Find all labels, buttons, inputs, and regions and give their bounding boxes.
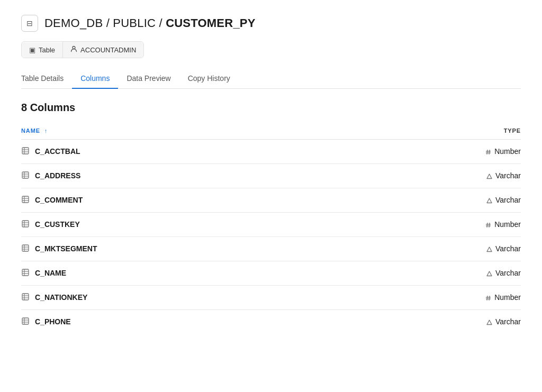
- column-type-label: Number: [494, 147, 521, 156]
- tab-data-preview[interactable]: Data Preview: [118, 69, 179, 89]
- column-type-label: Varchar: [495, 171, 521, 180]
- column-name: C_ACCTBAL: [35, 147, 80, 156]
- svg-line-8: [489, 150, 490, 154]
- column-name: C_MKTSEGMENT: [35, 244, 97, 253]
- name-column-header[interactable]: NAME ↑: [21, 124, 360, 140]
- column-name-cell: C_ADDRESS: [21, 163, 360, 188]
- column-name-cell: C_MKTSEGMENT: [21, 236, 360, 261]
- column-type-label: Varchar: [495, 317, 521, 326]
- varchar-type-icon: [486, 269, 493, 277]
- svg-line-40: [489, 296, 490, 300]
- column-type-cell: Varchar: [360, 261, 521, 285]
- meta-badges-row: ▣ Table ACCOUNTADMIN: [21, 41, 144, 58]
- tab-columns[interactable]: Columns: [72, 69, 118, 89]
- admin-badge-label: ACCOUNTADMIN: [80, 46, 136, 54]
- columns-table: NAME ↑ TYPE C_ACCTBAL Number: [21, 124, 521, 334]
- table-row: C_PHONE Varchar: [21, 309, 521, 334]
- type-column-header: TYPE: [360, 124, 521, 140]
- table-badge: ▣ Table: [22, 42, 62, 58]
- column-type-cell: Number: [360, 139, 521, 163]
- tabs-row: Table Details Columns Data Preview Copy …: [21, 69, 521, 89]
- svg-rect-41: [22, 318, 29, 324]
- column-table-icon: [21, 293, 30, 302]
- column-name: C_CUSTKEY: [35, 220, 80, 229]
- columns-count: 8 Columns: [21, 102, 521, 114]
- sort-arrow-icon: ↑: [44, 127, 48, 134]
- varchar-type-icon: [486, 172, 493, 180]
- column-table-icon: [21, 147, 30, 156]
- column-table-icon: [21, 269, 30, 278]
- svg-rect-9: [22, 172, 29, 178]
- tab-table-details[interactable]: Table Details: [21, 69, 72, 89]
- column-table-icon: [21, 317, 30, 326]
- svg-rect-17: [22, 221, 29, 227]
- svg-rect-29: [22, 269, 29, 276]
- svg-line-23: [487, 223, 487, 227]
- page-title: DEMO_DB / PUBLIC / CUSTOMER_PY: [44, 16, 256, 30]
- svg-rect-25: [22, 245, 29, 251]
- table-badge-label: Table: [39, 46, 55, 54]
- table-row: C_COMMENT Varchar: [21, 188, 521, 212]
- number-type-icon: [485, 221, 492, 229]
- table-row: C_MKTSEGMENT Varchar: [21, 236, 521, 261]
- tab-copy-history[interactable]: Copy History: [179, 69, 239, 89]
- column-name: C_COMMENT: [35, 196, 83, 204]
- column-type-label: Number: [494, 293, 521, 302]
- varchar-type-icon: [486, 318, 493, 326]
- breadcrumb-prefix: DEMO_DB / PUBLIC /: [44, 16, 166, 30]
- svg-point-0: [73, 47, 75, 49]
- column-type-cell: Varchar: [360, 309, 521, 334]
- table-header-row: NAME ↑ TYPE: [21, 124, 521, 140]
- column-name-cell: C_PHONE: [21, 309, 360, 334]
- column-type-label: Number: [494, 220, 521, 229]
- table-meta-icon: ▣: [29, 46, 35, 54]
- svg-line-7: [487, 150, 487, 154]
- page-container: ⊟ DEMO_DB / PUBLIC / CUSTOMER_PY ▣ Table…: [0, 0, 542, 392]
- column-name-cell: C_NATIONKEY: [21, 285, 360, 309]
- column-name-cell: C_CUSTKEY: [21, 212, 360, 236]
- column-name-cell: C_NAME: [21, 261, 360, 285]
- column-name: C_ADDRESS: [35, 171, 80, 180]
- table-row: C_CUSTKEY Number: [21, 212, 521, 236]
- column-table-icon: [21, 196, 30, 205]
- table-row: C_NAME Varchar: [21, 261, 521, 285]
- svg-rect-1: [22, 148, 29, 154]
- column-type-cell: Number: [360, 285, 521, 309]
- column-name: C_PHONE: [35, 317, 71, 326]
- column-type-cell: Varchar: [360, 236, 521, 261]
- column-type-cell: Varchar: [360, 188, 521, 212]
- column-type-cell: Number: [360, 212, 521, 236]
- varchar-type-icon: [486, 196, 493, 204]
- database-icon: ⊟: [21, 15, 38, 32]
- svg-rect-33: [22, 294, 29, 300]
- column-type-label: Varchar: [495, 269, 521, 277]
- column-table-icon: [21, 171, 30, 180]
- column-type-label: Varchar: [495, 196, 521, 204]
- column-table-icon: [21, 220, 30, 229]
- column-name: C_NATIONKEY: [35, 293, 87, 302]
- varchar-type-icon: [486, 245, 493, 253]
- svg-line-24: [489, 223, 490, 227]
- column-name-cell: C_COMMENT: [21, 188, 360, 212]
- svg-rect-13: [22, 196, 29, 203]
- table-row: C_ACCTBAL Number: [21, 139, 521, 163]
- header-row: ⊟ DEMO_DB / PUBLIC / CUSTOMER_PY: [21, 15, 521, 32]
- svg-line-39: [487, 296, 487, 300]
- table-row: C_NATIONKEY Number: [21, 285, 521, 309]
- admin-badge: ACCOUNTADMIN: [62, 42, 143, 58]
- table-name: CUSTOMER_PY: [166, 16, 256, 30]
- column-type-label: Varchar: [495, 244, 521, 253]
- number-type-icon: [485, 148, 492, 156]
- column-type-cell: Varchar: [360, 163, 521, 188]
- column-name: C_NAME: [35, 269, 66, 277]
- table-row: C_ADDRESS Varchar: [21, 163, 521, 188]
- admin-meta-icon: [70, 45, 77, 54]
- column-name-cell: C_ACCTBAL: [21, 139, 360, 163]
- number-type-icon: [485, 294, 492, 302]
- column-table-icon: [21, 244, 30, 253]
